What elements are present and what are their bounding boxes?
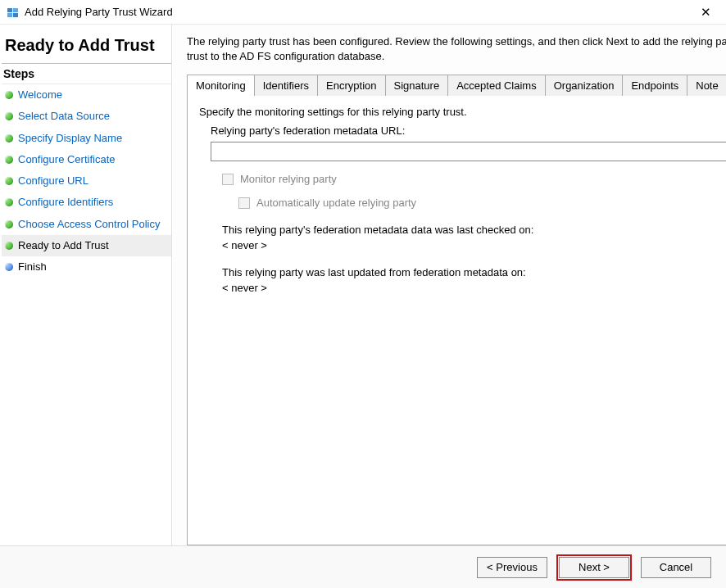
step-label: Welcome xyxy=(18,88,62,102)
step-label: Specify Display Name xyxy=(18,132,122,145)
step-bullet-icon xyxy=(5,91,13,99)
step-item-6[interactable]: Choose Access Control Policy xyxy=(2,214,171,235)
step-item-8: Finish xyxy=(2,256,171,278)
tab-endpoints[interactable]: Endpoints xyxy=(622,75,687,96)
step-label: Finish xyxy=(18,260,47,274)
monitor-checkbox xyxy=(222,174,234,185)
step-item-1[interactable]: Select Data Source xyxy=(2,106,171,127)
cancel-button[interactable]: Cancel xyxy=(641,557,711,578)
step-item-3[interactable]: Configure Certificate xyxy=(2,149,171,170)
tab-strip: MonitoringIdentifiersEncryptionSignature… xyxy=(187,75,726,96)
monitor-checkbox-row: Monitor relying party xyxy=(222,173,726,185)
tab-accepted-claims[interactable]: Accepted Claims xyxy=(447,75,546,96)
step-item-7: Ready to Add Trust xyxy=(2,235,171,256)
step-bullet-icon xyxy=(5,134,13,142)
title-bar: Add Relying Party Trust Wizard ✕ xyxy=(0,0,726,25)
steps-heading: Steps xyxy=(2,63,171,84)
last-updated-label: This relying party was last updated from… xyxy=(222,266,726,278)
previous-button[interactable]: < Previous xyxy=(477,557,547,578)
close-button[interactable]: ✕ xyxy=(692,3,719,21)
tabs-container: MonitoringIdentifiersEncryptionSignature… xyxy=(187,75,726,96)
step-label: Choose Access Control Policy xyxy=(18,218,160,231)
step-bullet-icon xyxy=(5,177,13,185)
monitoring-intro: Specify the monitoring settings for this… xyxy=(199,106,726,118)
tab-note[interactable]: Note xyxy=(687,75,726,96)
next-button[interactable]: Next > xyxy=(559,557,629,578)
last-checked-label: This relying party's federation metadata… xyxy=(222,224,726,236)
step-label: Configure Identifiers xyxy=(18,196,113,209)
last-updated-value: < never > xyxy=(222,282,726,294)
tab-signature[interactable]: Signature xyxy=(385,75,449,96)
step-bullet-icon xyxy=(5,198,13,206)
svg-rect-0 xyxy=(7,8,12,12)
close-icon: ✕ xyxy=(701,5,711,20)
tab-panel-monitoring: Specify the monitoring settings for this… xyxy=(187,95,726,545)
window-title: Add Relying Party Trust Wizard xyxy=(25,6,692,18)
tab-monitoring[interactable]: Monitoring xyxy=(187,75,255,96)
monitor-checkbox-label: Monitor relying party xyxy=(240,173,337,185)
tab-organization[interactable]: Organization xyxy=(545,75,624,96)
step-item-4[interactable]: Configure URL xyxy=(2,170,171,192)
step-label: Ready to Add Trust xyxy=(18,239,109,252)
step-bullet-icon xyxy=(5,220,13,228)
step-bullet-icon xyxy=(5,156,13,164)
wizard-footer: < Previous Next > Cancel xyxy=(0,545,726,588)
sidebar: Ready to Add Trust Steps WelcomeSelect D… xyxy=(0,25,172,545)
step-label: Configure Certificate xyxy=(18,153,116,166)
page-title: Ready to Add Trust xyxy=(2,25,171,63)
step-item-2[interactable]: Specify Display Name xyxy=(2,128,171,149)
autoupdate-checkbox-row: Automatically update relying party xyxy=(238,197,726,209)
step-label: Configure URL xyxy=(18,174,88,188)
metadata-url-input[interactable] xyxy=(211,142,726,161)
app-icon xyxy=(7,6,20,19)
svg-rect-2 xyxy=(7,13,12,17)
steps-list: WelcomeSelect Data SourceSpecify Display… xyxy=(2,84,171,278)
autoupdate-checkbox xyxy=(238,197,250,209)
autoupdate-checkbox-label: Automatically update relying party xyxy=(256,197,416,209)
step-bullet-icon xyxy=(5,242,13,250)
svg-rect-3 xyxy=(13,13,18,17)
step-item-5[interactable]: Configure Identifiers xyxy=(2,192,171,213)
instructions-text: The relying party trust has been configu… xyxy=(187,34,726,63)
step-item-0[interactable]: Welcome xyxy=(2,84,171,106)
tab-encryption[interactable]: Encryption xyxy=(317,75,385,96)
step-bullet-icon xyxy=(5,263,13,271)
step-label: Select Data Source xyxy=(18,110,110,123)
last-checked-value: < never > xyxy=(222,239,726,251)
svg-rect-1 xyxy=(13,8,18,12)
main-panel: The relying party trust has been configu… xyxy=(172,25,726,545)
wizard-body: Ready to Add Trust Steps WelcomeSelect D… xyxy=(0,25,726,545)
step-bullet-icon xyxy=(5,112,13,120)
tab-identifiers[interactable]: Identifiers xyxy=(254,75,318,96)
metadata-url-label: Relying party's federation metadata URL: xyxy=(211,124,726,137)
